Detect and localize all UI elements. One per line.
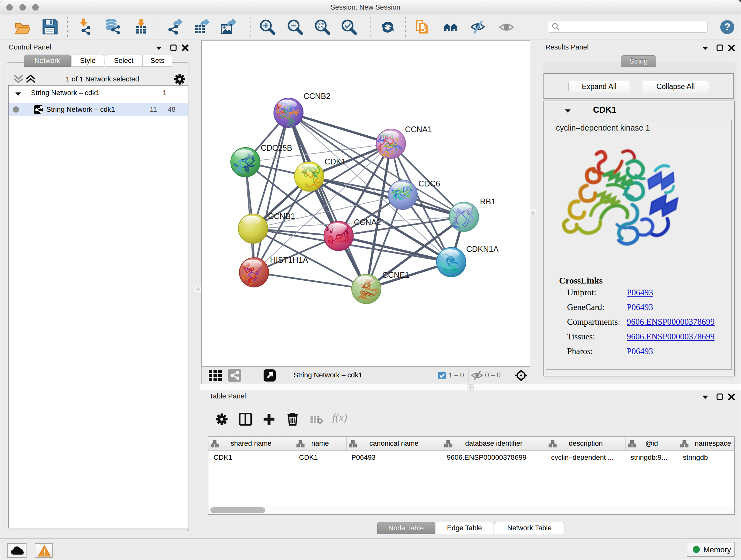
svg-text:RB1: RB1 <box>480 197 495 206</box>
svg-text:CCNA1: CCNA1 <box>405 125 432 134</box>
svg-text:?: ? <box>724 21 731 33</box>
svg-text:CCNB2: CCNB2 <box>304 91 331 101</box>
svg-text:CDK1: CDK1 <box>325 157 346 166</box>
svg-text:CCNA2: CCNA2 <box>354 218 381 227</box>
svg-text:CCNE1: CCNE1 <box>382 270 409 279</box>
svg-text:CCNB1: CCNB1 <box>268 212 295 221</box>
svg-text:CDC25B: CDC25B <box>261 143 292 152</box>
svg-text:HIST1H1A: HIST1H1A <box>270 255 308 264</box>
svg-text:CDKN1A: CDKN1A <box>466 245 499 253</box>
svg-text:CDC6: CDC6 <box>418 179 440 188</box>
